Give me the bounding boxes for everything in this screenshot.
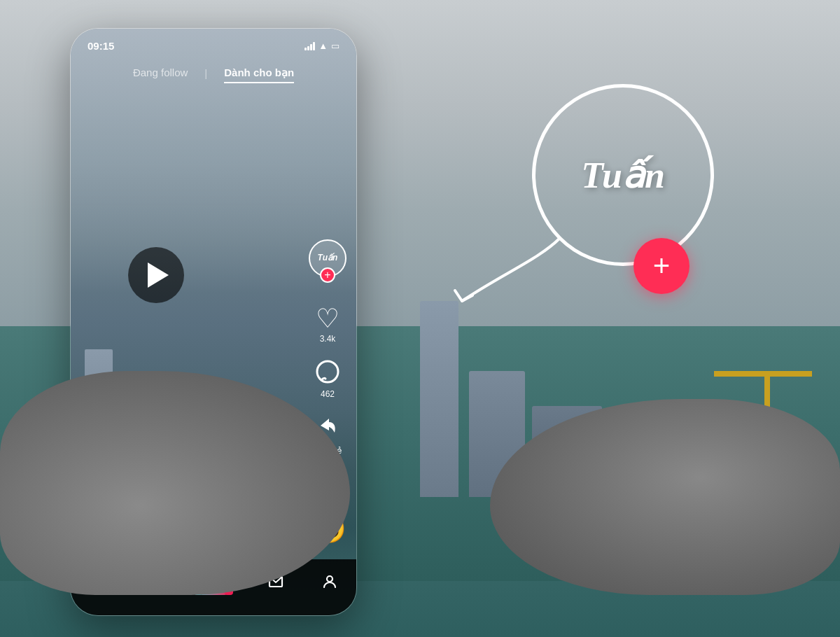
nav-profile[interactable] — [321, 573, 338, 594]
status-bar: 09:15 ▲ ▭ — [88, 40, 340, 52]
play-button[interactable] — [128, 247, 184, 303]
heart-icon: ♡ — [316, 305, 340, 332]
signal-icon — [304, 42, 315, 50]
signal-bar-2 — [307, 46, 309, 50]
profile-icon — [321, 573, 338, 594]
signal-bar-4 — [313, 42, 315, 50]
play-icon — [148, 262, 169, 288]
status-time: 09:15 — [88, 40, 114, 52]
like-button[interactable]: ♡ 3.4k — [316, 305, 340, 344]
annotation-follow-plus[interactable]: + — [634, 238, 690, 294]
tab-separator: | — [204, 64, 207, 83]
avatar-container[interactable]: Tuấn + — [309, 239, 346, 277]
signal-bar-1 — [304, 48, 307, 50]
annotation-circle-text: Tuấn — [581, 154, 665, 196]
annotation-plus-icon: + — [653, 251, 671, 281]
wifi-icon: ▲ — [318, 41, 328, 51]
svg-point-4 — [327, 576, 332, 582]
annotation-arrow — [434, 217, 574, 322]
avatar-follow-button[interactable]: + — [320, 267, 335, 283]
avatar-text: Tuấn — [318, 253, 338, 262]
like-count: 3.4k — [320, 334, 336, 344]
crane-arm — [714, 371, 812, 377]
tab-following[interactable]: Đang follow — [133, 64, 188, 83]
battery-icon: ▭ — [331, 41, 340, 51]
tab-navigation: Đang follow | Dành cho bạn — [71, 64, 356, 83]
profile-icon-svg — [321, 573, 338, 590]
tab-for-you[interactable]: Dành cho bạn — [224, 64, 294, 83]
bg-building-tall — [420, 301, 458, 497]
status-icons: ▲ ▭ — [304, 41, 340, 51]
avatar-plus-icon: + — [324, 269, 330, 281]
signal-bar-3 — [310, 44, 312, 50]
